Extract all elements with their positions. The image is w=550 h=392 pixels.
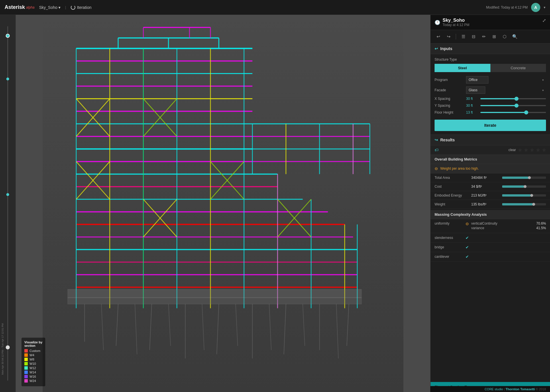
- inputs-section-header: ↩ Inputs: [431, 43, 550, 54]
- legend-color-w12: [24, 366, 28, 370]
- program-select[interactable]: Office Residential Mixed Use: [466, 76, 488, 84]
- right-panel: 🕐 Sky_Soho Today at 4:12 PM ⤢ ↩ ↪ ☰ ⊟ ✏ …: [430, 15, 550, 392]
- star-2[interactable]: ☆: [524, 148, 528, 152]
- massing-cantilever: cantilever ✔: [431, 252, 550, 262]
- expand-icon[interactable]: ⤢: [542, 18, 546, 23]
- legend-color-w24: [24, 379, 28, 383]
- top-navigation: Asterisk alpha Sky_Soho ▾ | Iteration Mo…: [0, 0, 550, 15]
- results-toolbar-right: clear ☆ ☆ ☆ ☆ ☆: [508, 148, 546, 152]
- toolbar-search-btn[interactable]: 🔍: [510, 32, 519, 41]
- user-dropdown-icon[interactable]: ▾: [544, 5, 545, 9]
- results-label: Results: [440, 138, 455, 142]
- metric-bar-cost[interactable]: [502, 185, 546, 188]
- floor-height-slider[interactable]: [480, 112, 546, 113]
- massing-var-value: 41.5%: [536, 226, 546, 230]
- metric-value-total-area: 340484 ft²: [471, 176, 500, 180]
- timeline-container: [6, 19, 10, 387]
- facade-dropdown-arrow: ▾: [542, 89, 544, 92]
- massing-cantilever-icon: ✔: [465, 254, 469, 259]
- section-legend: Visualize bysection Custom W4 W8 W10 W12: [21, 338, 45, 386]
- iteration-nav-item[interactable]: Iteration: [71, 5, 92, 10]
- timeline-dot-3[interactable]: [6, 193, 9, 196]
- x-spacing-row: X Spacing 30 ft: [435, 97, 546, 101]
- facade-row: Facade Glass Concrete Brick ▾: [435, 86, 546, 94]
- toolbar-crop-btn[interactable]: ⊞: [490, 32, 498, 41]
- svg-rect-61: [68, 298, 362, 304]
- iterate-button[interactable]: Iterate: [435, 120, 546, 131]
- massing-bridge: bridge ✔: [431, 243, 550, 252]
- star-4[interactable]: ☆: [536, 148, 540, 152]
- concrete-button[interactable]: Concrete: [490, 64, 546, 72]
- massing-variance: variance 41.5%: [471, 226, 546, 230]
- x-spacing-value: 30 ft: [466, 97, 480, 101]
- metric-name-total-area: Total Area: [435, 176, 469, 180]
- clear-button[interactable]: clear: [508, 148, 516, 152]
- main-layout: Mon Apr 30 04:12 PM - Tue Apr 17 12:01 P…: [0, 15, 550, 392]
- toolbar-forward-btn[interactable]: ↪: [444, 32, 453, 41]
- user-avatar[interactable]: A: [531, 3, 540, 12]
- toolbar-sliders-btn[interactable]: ⊟: [469, 32, 478, 41]
- x-spacing-thumb[interactable]: [514, 97, 518, 101]
- metric-thumb-total-area: [528, 176, 531, 179]
- steel-button[interactable]: Steel: [435, 64, 490, 72]
- floor-height-value: 13 ft: [466, 110, 480, 114]
- massing-bridge-icon: ✔: [465, 245, 469, 250]
- timeline-dot-4[interactable]: [6, 345, 10, 349]
- star-1[interactable]: ☆: [518, 148, 522, 152]
- results-toolbar: 🏷 clear ☆ ☆ ☆ ☆ ☆: [431, 145, 550, 155]
- y-spacing-slider[interactable]: [480, 105, 546, 106]
- results-icon: ↪: [435, 138, 438, 142]
- metric-bar-weight[interactable]: [502, 203, 546, 205]
- massing-uniformity-main: uniformity ⊖ verticalContinuity 70.6% va…: [435, 221, 546, 231]
- toolbar-back-btn[interactable]: ↩: [434, 32, 443, 41]
- toolbar-cube-btn[interactable]: ⬡: [500, 32, 509, 41]
- timeline-dot-1[interactable]: [6, 34, 10, 38]
- metric-bar-total-area[interactable]: [502, 177, 546, 179]
- massing-uniformity-details: verticalContinuity 70.6% variance 41.5%: [471, 221, 546, 231]
- massing-vc-label: verticalContinuity: [471, 221, 497, 225]
- metric-name-cost: Cost: [435, 185, 469, 189]
- legend-color-custom: [24, 349, 28, 353]
- legend-item-w4: W4: [24, 353, 42, 357]
- core-studio-label: CORE studio: [485, 387, 503, 391]
- building-wireframe-svg: [16, 15, 430, 392]
- facade-select[interactable]: Glass Concrete Brick: [466, 86, 485, 94]
- brand-logo: Asterisk alpha: [5, 4, 34, 10]
- iteration-spinner-icon: [71, 5, 75, 10]
- toolbar-pen-btn[interactable]: ✏: [480, 32, 488, 41]
- legend-label-w16: W16: [30, 375, 36, 378]
- history-icon[interactable]: 🕐: [435, 20, 440, 25]
- toolbar-separator-1: [456, 34, 456, 39]
- legend-label-w12: W12: [30, 366, 36, 370]
- program-select-wrapper: Office Residential Mixed Use ▾: [466, 76, 546, 84]
- legend-item-w8: W8: [24, 358, 42, 361]
- facade-label: Facade: [435, 88, 466, 92]
- massing-uniformity-name: uniformity: [435, 221, 463, 225]
- massing-cantilever-name: cantilever: [435, 255, 463, 259]
- y-spacing-fill: [480, 105, 516, 106]
- timeline-dot-2[interactable]: [6, 78, 9, 80]
- metric-name-embodied-energy: Embodied Energy: [435, 193, 469, 197]
- massing-slenderness-name: slenderness: [435, 236, 463, 240]
- legend-color-w8: [24, 358, 28, 361]
- legend-item-w16: W16: [24, 375, 42, 378]
- star-5[interactable]: ☆: [542, 148, 546, 152]
- x-spacing-slider[interactable]: [480, 98, 546, 99]
- warning-text: Weight per area too high.: [440, 167, 479, 171]
- app-footer: CORE studio | Thornton Tomasetti © 2018: [430, 386, 550, 392]
- star-3[interactable]: ☆: [530, 148, 534, 152]
- toolbar-list-btn[interactable]: ☰: [459, 32, 467, 41]
- legend-title: Visualize bysection: [24, 340, 42, 347]
- metric-thumb-weight: [532, 203, 535, 206]
- project-nav-item[interactable]: Sky_Soho ▾: [39, 5, 60, 10]
- brand-alpha: alpha: [26, 5, 34, 9]
- metric-bar-embodied-energy[interactable]: [502, 194, 546, 197]
- y-spacing-label: Y Spacing: [435, 104, 466, 108]
- y-spacing-thumb[interactable]: [514, 104, 518, 108]
- 3d-viewport[interactable]: Visualize bysection Custom W4 W8 W10 W12: [16, 15, 430, 392]
- metric-value-weight: 135 lbs/ft²: [471, 202, 500, 206]
- y-spacing-row: Y Spacing 30 ft: [435, 104, 546, 108]
- floor-height-thumb[interactable]: [524, 110, 528, 114]
- legend-item-w10: W10: [24, 362, 42, 365]
- legend-item-w12: W12: [24, 366, 42, 370]
